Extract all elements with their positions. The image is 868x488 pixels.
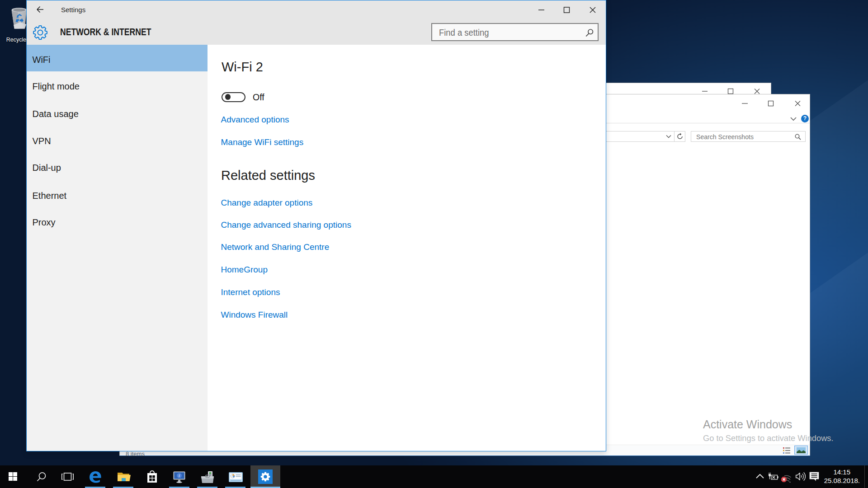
- svg-text:i: i: [179, 473, 180, 478]
